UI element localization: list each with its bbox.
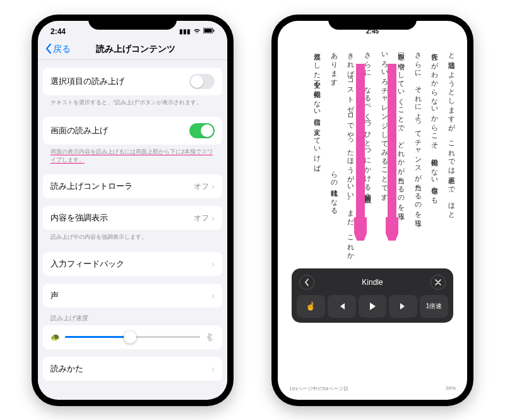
row-speak-selection[interactable]: 選択項目の読み上げ bbox=[43, 68, 222, 95]
chevron-left-icon bbox=[45, 44, 52, 56]
row-speaking-rate: 🐢 🐇 bbox=[43, 325, 222, 349]
reader-body[interactable]: と追随しようとしますが、これでは手遅れで、ほと 先行きがわからないからこそ、根拠… bbox=[278, 40, 467, 400]
toggle-speak-screen[interactable] bbox=[189, 123, 215, 138]
row-label: 内容を強調表示 bbox=[50, 212, 108, 224]
skip-back-icon bbox=[337, 302, 346, 311]
row-label: 読み上げコントローラ bbox=[50, 181, 133, 192]
row-label: 入力フィードバック bbox=[50, 258, 124, 270]
play-button[interactable] bbox=[359, 295, 387, 318]
row-voices[interactable]: 声 › bbox=[43, 284, 222, 308]
row-highlight-content[interactable]: 内容を強調表示 オフ › bbox=[43, 206, 222, 230]
skip-forward-icon bbox=[399, 302, 408, 311]
reader-text[interactable]: と追随しようとしますが、これでは手遅れで、ほと 先行きがわからないからこそ、根拠… bbox=[288, 45, 457, 383]
text-column: 漠然とした不安を根拠のない自信に変えていけば、 bbox=[312, 47, 323, 380]
text-column: あります。 らの時代はなる bbox=[328, 47, 340, 380]
notch bbox=[328, 15, 417, 30]
page-title: 読み上げコンテンツ bbox=[52, 44, 220, 55]
speech-controller: Kindle ☝ bbox=[292, 268, 453, 323]
page-indicator: 191ページ中の54ページ目 bbox=[289, 385, 348, 392]
finger-button[interactable]: ☝ bbox=[297, 295, 325, 318]
chevron-right-icon: › bbox=[211, 213, 215, 223]
hand-point-icon: ☝ bbox=[306, 301, 316, 311]
text-column: きればコストゼロでやったほうがいい。まだ、これか bbox=[345, 47, 357, 380]
chevron-right-icon: › bbox=[211, 259, 215, 269]
wifi-icon bbox=[193, 28, 201, 35]
chevron-right-icon: › bbox=[211, 181, 215, 191]
row-label: 声 bbox=[50, 290, 59, 301]
toggle-speak-selection[interactable] bbox=[189, 74, 215, 89]
svg-rect-1 bbox=[205, 29, 212, 33]
phone-right: 2:45 と追随しようとしますが、これでは手遅れで、ほと 先行きがわからないから… bbox=[271, 15, 473, 406]
row-pronunciations[interactable]: 読みかた › bbox=[43, 357, 222, 381]
row-highlight-footer: 読み上げ中の内容を強調表示します。 bbox=[43, 230, 222, 244]
close-button[interactable] bbox=[431, 275, 446, 290]
row-value: オフ › bbox=[194, 213, 215, 224]
rate-label: 1倍速 bbox=[426, 302, 443, 311]
text-column: さらに、なるべく一つひとつにかける時間的・金銭 bbox=[362, 47, 373, 380]
controller-buttons: ☝ 1倍速 bbox=[297, 295, 448, 318]
settings-body: 選択項目の読み上げ テキストを選択すると、"読み上げ"ボタンが表示されます。 画… bbox=[38, 60, 227, 397]
next-button[interactable] bbox=[389, 295, 417, 318]
svg-rect-2 bbox=[213, 30, 215, 32]
progress-percent: 26% bbox=[446, 385, 456, 392]
signal-icon: ▮▮▮ bbox=[179, 28, 191, 35]
battery-icon bbox=[203, 28, 215, 35]
row-speak-screen[interactable]: 画面の読み上げ bbox=[43, 117, 222, 145]
row-label: 選択項目の読み上げ bbox=[50, 76, 124, 87]
row-label: 画面の読み上げ bbox=[50, 125, 108, 136]
reader-footer: 191ページ中の54ページ目 26% bbox=[288, 383, 457, 397]
previous-button[interactable] bbox=[328, 295, 356, 318]
row-speak-screen-footer: 画面の表示内容を読み上げるには画面上部から下に2本指でスワイプします。 bbox=[43, 145, 222, 167]
text-column: 回数を増やしていくことで、どれかが当たるのを狙う bbox=[396, 47, 407, 380]
row-speak-selection-footer: テキストを選択すると、"読み上げ"ボタンが表示されます。 bbox=[43, 95, 222, 110]
text-column: いろいろチャレンジしてみることです。 bbox=[379, 47, 390, 380]
slider-thumb[interactable] bbox=[124, 331, 136, 344]
controller-header: Kindle bbox=[297, 273, 448, 295]
row-speech-controller[interactable]: 読み上げコントローラ オフ › bbox=[43, 174, 222, 198]
controller-title: Kindle bbox=[314, 278, 431, 287]
speed-slider[interactable] bbox=[65, 336, 200, 338]
notch bbox=[88, 15, 177, 30]
chevron-right-icon: › bbox=[211, 291, 215, 301]
row-label: 読みかた bbox=[50, 363, 83, 375]
text-column: 先行きがわからないからこそ、根拠のない自信をも bbox=[429, 47, 441, 380]
settings-screen: 2:44 ▮▮▮ 戻る 読み上げコンテンツ bbox=[38, 21, 227, 400]
hare-icon: 🐇 bbox=[205, 333, 215, 342]
tortoise-icon: 🐢 bbox=[50, 333, 60, 342]
reader-screen: 2:45 と追随しようとしますが、これでは手遅れで、ほと 先行きがわからないから… bbox=[278, 21, 467, 400]
status-icons: ▮▮▮ bbox=[179, 28, 215, 35]
text-column: さらに、それによってチャンスが当たるのを狙う bbox=[412, 47, 424, 380]
clock: 2:44 bbox=[50, 27, 66, 36]
row-value: オフ › bbox=[194, 181, 215, 192]
collapse-button[interactable] bbox=[299, 275, 314, 290]
nav-bar: 戻る 読み上げコンテンツ bbox=[38, 40, 227, 60]
row-typing-feedback[interactable]: 入力フィードバック › bbox=[43, 252, 222, 276]
chevron-right-icon: › bbox=[211, 364, 215, 374]
speed-header: 読み上げ速度 bbox=[43, 308, 222, 325]
text-column: と追随しようとしますが、これでは手遅れで、ほと bbox=[446, 47, 457, 380]
phone-left: 2:44 ▮▮▮ 戻る 読み上げコンテンツ bbox=[32, 15, 234, 406]
rate-button[interactable]: 1倍速 bbox=[420, 295, 448, 318]
play-icon bbox=[368, 302, 377, 311]
